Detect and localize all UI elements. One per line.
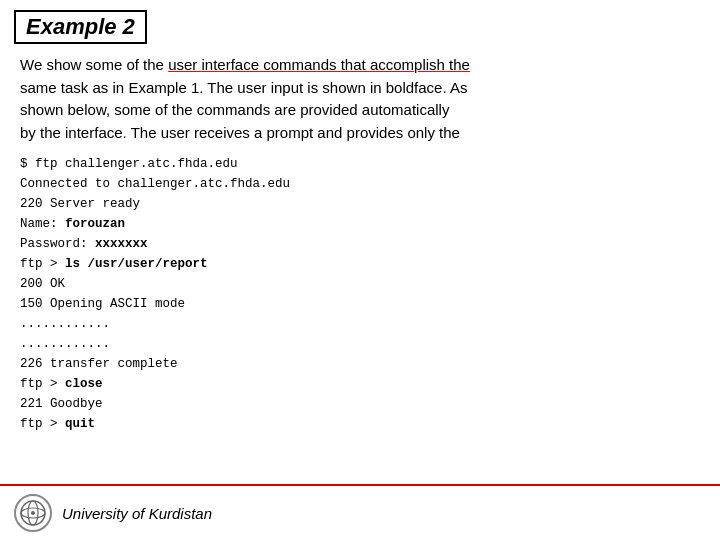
terminal-line-9: ............ (20, 314, 706, 334)
logo-icon (19, 499, 47, 527)
page-container: Example 2 We show some of the user inter… (0, 0, 720, 540)
terminal-bold-close: close (65, 377, 103, 391)
desc-line2: same task as in Example 1. The user inpu… (20, 79, 467, 96)
title-box: Example 2 (14, 10, 147, 44)
terminal-line-1: $ ftp challenger.atc.fhda.edu (20, 154, 706, 174)
terminal-block: $ ftp challenger.atc.fhda.edu Connected … (20, 154, 706, 434)
terminal-bold-name: forouzan (65, 217, 125, 231)
page-title: Example 2 (26, 14, 135, 39)
terminal-line-8: 150 Opening ASCII mode (20, 294, 706, 314)
desc-line4: by the interface. The user receives a pr… (20, 124, 460, 141)
svg-point-3 (31, 511, 35, 515)
terminal-line-6: ftp > ls /usr/user/report (20, 254, 706, 274)
desc-line1: We show some of the user interface comma… (20, 56, 470, 73)
university-name: University of Kurdistan (62, 505, 212, 522)
terminal-line-13: 221 Goodbye (20, 394, 706, 414)
terminal-line-11: 226 transfer complete (20, 354, 706, 374)
terminal-line-10: ............ (20, 334, 706, 354)
description-block: We show some of the user interface comma… (14, 54, 706, 144)
terminal-line-5: Password: xxxxxxx (20, 234, 706, 254)
terminal-bold-password: xxxxxxx (95, 237, 148, 251)
terminal-line-3: 220 Server ready (20, 194, 706, 214)
terminal-line-4: Name: forouzan (20, 214, 706, 234)
footer: University of Kurdistan (0, 484, 720, 540)
desc-line3: shown below, some of the commands are pr… (20, 101, 449, 118)
terminal-line-7: 200 OK (20, 274, 706, 294)
terminal-line-14: ftp > quit (20, 414, 706, 434)
university-logo (14, 494, 52, 532)
terminal-bold-quit: quit (65, 417, 95, 431)
underline-span: user interface commands that accomplish … (168, 56, 470, 73)
terminal-line-12: ftp > close (20, 374, 706, 394)
terminal-line-2: Connected to challenger.atc.fhda.edu (20, 174, 706, 194)
terminal-bold-ls: ls /usr/user/report (65, 257, 208, 271)
